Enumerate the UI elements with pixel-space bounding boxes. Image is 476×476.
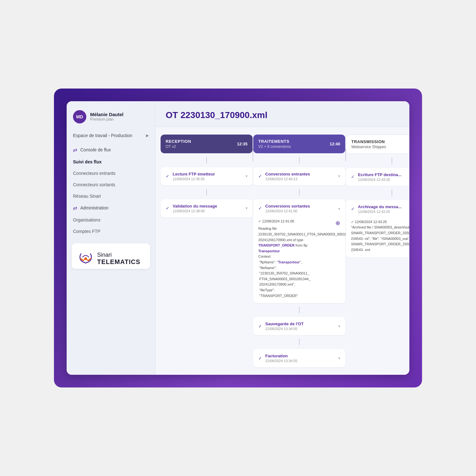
nav-suivi-flux[interactable]: Suivi des flux [67, 156, 155, 168]
check-small: ✓ [258, 219, 262, 223]
chevron-down-icon-5: ▾ [338, 356, 340, 360]
nav-console-flux-label: Console de flux [80, 147, 111, 152]
vert-connector-8 [346, 190, 409, 196]
check-icon-7: ✓ [351, 174, 355, 179]
trait-card4-date: 12/08/2024 13:34:55 [265, 359, 297, 363]
nav-reseau-sinari[interactable]: Réseau Sinari [67, 190, 155, 202]
expanded-date: ✓ 12/08/2024 12:41:00 ⊕ [258, 219, 340, 224]
nav-organisations-label: Organisations [73, 217, 100, 222]
chevron-down-icon-3: ▾ [338, 174, 340, 178]
sidebar: MD Mélanie Dautel Premium plan Espace de… [67, 101, 155, 375]
check-icon-1: ✓ [166, 174, 169, 179]
trait-card3-title: Sauvegarde de l'OT [265, 321, 304, 326]
trans-card2-date: 12/08/2024 12:43:25 [358, 210, 401, 214]
main-header: OT 2230130_170900.xml [155, 101, 409, 127]
chevron-down-icon-2: ▾ [246, 206, 248, 210]
flow-container: RECEPTION OT v2 12:35 ✓ Lecture FTP émet… [155, 127, 409, 375]
nav-connecteurs-entrants-label: Connecteurs entrants [73, 171, 116, 176]
trait-card1-title: Conversions entrantes [265, 172, 310, 176]
transmission-column: Transmission Webservice Shippeo ✓ Ecritu… [346, 135, 409, 257]
sinari-logo-icon [78, 251, 93, 266]
user-plan: Premium plan [90, 117, 123, 122]
vert-connector-2 [161, 189, 253, 195]
workspace-item[interactable]: Espace de travail - Production ▶ [67, 130, 155, 141]
user-info: Mélanie Dautel Premium plan [90, 112, 123, 122]
nav-connecteurs-sortants-label: Connecteurs sortants [73, 182, 115, 187]
expanded-content: Reading file 2230130_359702_SINA00011_FT… [258, 226, 340, 299]
trait-card2-date: 12/08/2024 12:41:00 [265, 209, 310, 213]
traitements-card-2-expanded[interactable]: ✓ Conversions sortantes 12/08/2024 12:41… [253, 199, 345, 303]
nav-administration[interactable]: ⇄ Administration [67, 202, 155, 214]
workspace-label: Espace de travail - Production [73, 133, 132, 138]
vert-connector-3 [253, 157, 345, 163]
transporteur-label: Transporteur [258, 249, 280, 253]
traitements-column: TRAITEMENTS V2 + 9 conversions 12:40 ✓ C… [253, 135, 345, 367]
reception-header: RECEPTION OT v2 12:35 [161, 135, 253, 153]
transmission-subtitle: Webservice Shippeo [351, 145, 386, 149]
transmission-title: Transmission [351, 139, 386, 144]
plus-icon[interactable]: ⊕ [335, 219, 340, 228]
check-small-2: ✓ [351, 220, 355, 224]
chevron-down-icon-4: ▾ [338, 324, 340, 328]
nav-connecteurs-entrants[interactable]: Connecteurs entrants [67, 168, 155, 179]
traitements-card-4[interactable]: ✓ Facturation 12/08/2024 13:34:55 ▾ [253, 349, 345, 367]
rec-card2-date: 12/08/2024 12:38:00 [173, 209, 217, 213]
admin-icon: ⇄ [73, 205, 77, 211]
reception-column: RECEPTION OT v2 12:35 ✓ Lecture FTP émet… [161, 135, 253, 217]
nav-section: ⇄ Console de flux Suivi des flux Connect… [67, 144, 155, 237]
transmission-card-2-expanded[interactable]: ✓ Archivage du messa... 12/08/2024 12:43… [346, 200, 409, 257]
logo-telematics: TELEMATICS [97, 258, 140, 266]
chevron-up-icon: ▴ [338, 206, 340, 210]
traitements-card2-body: ✓ 12/08/2024 12:41:00 ⊕ Reading file 223… [258, 219, 340, 299]
traitements-card-3[interactable]: ✓ Sauvegarde de l'OT 12/08/2024 13:34:55… [253, 317, 345, 335]
nav-administration-label: Administration [80, 205, 109, 210]
nav-organisations[interactable]: Organisations [67, 214, 155, 226]
rec-card1-title: Lecture FTP émetteur [173, 172, 215, 176]
nav-reseau-sinari-label: Réseau Sinari [73, 194, 101, 199]
nav-comptes-ftp[interactable]: Comptes FTP [67, 226, 155, 237]
user-header: MD Mélanie Dautel Premium plan [67, 101, 155, 130]
reception-card-2[interactable]: ✓ Validation du message 12/08/2024 12:38… [161, 199, 253, 217]
rec-card2-title: Validation du message [173, 204, 217, 208]
check-icon-2: ✓ [166, 206, 169, 211]
reception-time: 12:35 [237, 142, 248, 146]
vert-connector-5 [253, 307, 345, 313]
check-icon-5: ✓ [258, 324, 262, 329]
trait-card2-title: Conversions sortantes [265, 204, 310, 208]
trait-card3-date: 12/08/2024 13:34:55 [265, 327, 304, 331]
vert-connector-1 [161, 157, 253, 163]
traitements-subtitle: V2 + 9 conversions [258, 144, 291, 149]
vert-connector-6 [253, 339, 345, 345]
traitements-card-1[interactable]: ✓ Conversions entrantes 12/08/2024 12:40… [253, 167, 345, 185]
transport-order-label: TRANSPORT_ORDER [258, 243, 294, 247]
logo-sinari: Sinari [97, 252, 140, 258]
vert-connector-7 [346, 158, 409, 164]
nav-console-flux[interactable]: ⇄ Console de flux [67, 144, 155, 156]
trait-card1-date: 12/08/2024 12:40:13 [265, 177, 310, 181]
transmission-header: Transmission Webservice Shippeo [346, 135, 409, 154]
traitements-time: 12:40 [330, 142, 340, 146]
transmission-card-1[interactable]: ✓ Ecriture FTP destina... 12/08/2024 12:… [346, 168, 409, 186]
nav-connecteurs-sortants[interactable]: Connecteurs sortants [67, 179, 155, 190]
page-title: OT 2230130_170900.xml [166, 110, 399, 120]
avatar: MD [73, 110, 86, 123]
chevron-right-icon: ▶ [146, 133, 149, 138]
check-icon-3: ✓ [258, 174, 262, 179]
logo-area: Sinari TELEMATICS [72, 243, 150, 269]
trait-card4-title: Facturation [265, 354, 297, 358]
reception-title: RECEPTION [166, 139, 191, 144]
reception-card-1[interactable]: ✓ Lecture FTP émetteur 12/08/2024 12:35:… [161, 167, 253, 185]
traitements-title: TRAITEMENTS [258, 139, 291, 144]
rec-card1-date: 12/08/2024 12:35:55 [173, 177, 215, 181]
chevron-down-icon: ▾ [246, 174, 248, 178]
traitements-header: TRAITEMENTS V2 + 9 conversions 12:40 [253, 135, 345, 153]
check-icon-8: ✓ [351, 206, 355, 211]
logo-text: Sinari TELEMATICS [97, 252, 140, 266]
check-icon-4: ✓ [258, 206, 262, 211]
main-content: OT 2230130_170900.xml RECEPTION OT v2 12… [155, 101, 409, 375]
reception-subtitle: OT v2 [166, 144, 191, 149]
transmission-card2-body: ✓ 12/08/2024 12:43:25 "Archived file / S… [351, 219, 409, 253]
svg-point-0 [84, 257, 87, 260]
vert-connector-4 [253, 189, 345, 195]
check-icon-6: ✓ [258, 356, 262, 361]
